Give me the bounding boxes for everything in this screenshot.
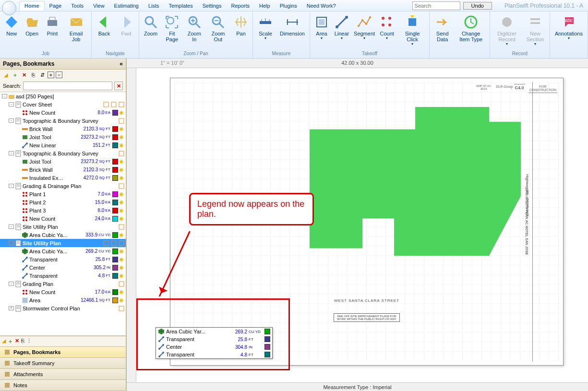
collapse-icon[interactable]: − bbox=[56, 71, 62, 78]
color-swatch[interactable] bbox=[112, 200, 118, 205]
visibility-bulb-icon[interactable]: ◉ bbox=[119, 248, 125, 254]
zoom-button[interactable]: Zoom bbox=[141, 12, 160, 50]
area-button[interactable]: Area bbox=[312, 12, 331, 50]
app-logo[interactable] bbox=[2, 1, 16, 15]
zoom-button[interactable]: Zoom Out bbox=[206, 12, 230, 50]
menu-page[interactable]: Page bbox=[45, 1, 67, 10]
expand-toggle-icon[interactable]: - bbox=[9, 225, 14, 229]
visibility-bulb-icon[interactable]: ◉ bbox=[119, 142, 125, 148]
count-button[interactable]: Count bbox=[377, 12, 396, 50]
tree-item[interactable]: Brick Wall2120.3SQ FT◉ bbox=[0, 125, 126, 133]
menu-lists[interactable]: Lists bbox=[144, 1, 164, 10]
visibility-bulb-icon[interactable]: ◉ bbox=[119, 134, 125, 140]
visibility-bulb-icon[interactable]: ◉ bbox=[119, 199, 125, 205]
color-swatch[interactable] bbox=[112, 273, 118, 279]
print-button[interactable]: Print bbox=[43, 12, 62, 50]
legend-row[interactable]: Area Cubic Yar...269.2CU YD bbox=[156, 328, 272, 335]
color-swatch[interactable] bbox=[112, 167, 118, 173]
tree-folder[interactable]: -Cover Sheet bbox=[0, 100, 126, 108]
expand-toggle-icon[interactable]: + bbox=[9, 306, 14, 310]
open-button[interactable]: Open bbox=[22, 12, 41, 50]
plan-legend[interactable]: Area Cubic Yar...269.2CU YDTransparent25… bbox=[156, 327, 273, 359]
page-action-icon[interactable] bbox=[118, 183, 125, 190]
tab-notes[interactable]: Notes bbox=[0, 380, 126, 391]
segment-button[interactable]: Segment bbox=[352, 12, 376, 50]
pages-tree[interactable]: -asd [250 Pages]-Cover SheetNew Count8.0… bbox=[0, 92, 126, 336]
visibility-bulb-icon[interactable]: ◉ bbox=[119, 215, 125, 222]
expand-toggle-icon[interactable]: - bbox=[9, 282, 14, 286]
clear-search-icon[interactable]: ✕ bbox=[114, 82, 123, 90]
color-swatch[interactable] bbox=[112, 142, 118, 148]
menu-tools[interactable]: Tools bbox=[66, 1, 88, 10]
page-action-icon[interactable] bbox=[118, 101, 125, 108]
expand-toggle-icon[interactable]: - bbox=[9, 118, 14, 123]
color-swatch[interactable] bbox=[112, 232, 118, 238]
send-button[interactable]: Send Data bbox=[432, 12, 453, 55]
color-swatch[interactable] bbox=[112, 126, 118, 132]
legend-row[interactable]: Transparent25.8FT bbox=[156, 335, 272, 343]
tree-item[interactable]: New Count17.0EA◉ bbox=[0, 288, 126, 296]
menu-templates[interactable]: Templates bbox=[164, 1, 198, 10]
tree-folder[interactable]: -Grading & Drainage Plan bbox=[0, 182, 126, 190]
visibility-bulb-icon[interactable]: ◉ bbox=[119, 175, 125, 181]
props-icon[interactable]: ⋮ bbox=[26, 338, 32, 345]
visibility-bulb-icon[interactable]: ◉ bbox=[119, 264, 125, 271]
pan-button[interactable]: Pan bbox=[231, 12, 251, 50]
tree-item[interactable]: Joist Tool23273.2SQ FT◉ bbox=[0, 157, 126, 166]
expand-toggle-icon[interactable]: - bbox=[9, 151, 14, 155]
annotations-button[interactable]: abcAnnotations bbox=[552, 12, 586, 55]
legend-row[interactable]: Transparent4.8FT bbox=[156, 351, 272, 358]
tree-folder[interactable]: -asd [250 Pages] bbox=[0, 92, 126, 100]
tree-folder[interactable]: +Stormwater Control Plan bbox=[0, 304, 126, 312]
back-button[interactable]: Back bbox=[94, 12, 115, 50]
tree-item[interactable]: Plant 38.0EA◉ bbox=[0, 206, 126, 214]
tree-item[interactable]: Center305.2IN◉ bbox=[0, 263, 126, 272]
panel-collapse-icon[interactable]: « bbox=[120, 60, 123, 67]
expand-icon[interactable]: + bbox=[48, 71, 54, 78]
tree-item[interactable]: Transparent4.8FT◉ bbox=[0, 272, 126, 280]
tree-item[interactable]: Area Cubic Ya...269.2CU YD◉ bbox=[0, 247, 126, 255]
menu-home[interactable]: Home bbox=[19, 1, 45, 11]
page-action-icon[interactable] bbox=[118, 281, 125, 287]
menu-view[interactable]: View bbox=[88, 1, 109, 10]
tree-item[interactable]: Plant 215.0EA◉ bbox=[0, 198, 126, 206]
color-swatch[interactable] bbox=[112, 297, 118, 303]
visibility-bulb-icon[interactable]: ◉ bbox=[119, 289, 125, 295]
color-swatch[interactable] bbox=[112, 191, 118, 197]
visibility-bulb-icon[interactable]: ◉ bbox=[119, 166, 125, 173]
page-action-icon[interactable] bbox=[118, 240, 125, 247]
filter-icon[interactable]: ◢ bbox=[2, 338, 6, 345]
expand-toggle-icon[interactable]: - bbox=[9, 184, 14, 188]
dimension-button[interactable]: Dimension bbox=[277, 12, 308, 50]
page-action-icon[interactable] bbox=[110, 101, 117, 108]
menu-settings[interactable]: Settings bbox=[198, 1, 227, 10]
tree-folder[interactable]: -Topographic & Boundary Survey bbox=[0, 149, 126, 157]
visibility-bulb-icon[interactable]: ◉ bbox=[119, 109, 125, 116]
expand-toggle-icon[interactable]: - bbox=[9, 241, 14, 245]
tree-folder[interactable]: -Site Utility Plan bbox=[0, 223, 126, 231]
menu-plugins[interactable]: Plugins bbox=[275, 1, 302, 10]
menu-needwork[interactable]: Need Work? bbox=[302, 1, 341, 10]
color-swatch[interactable] bbox=[112, 208, 118, 213]
copy-icon[interactable]: ⎘ bbox=[21, 338, 24, 345]
tree-item[interactable]: Area12466.1SQ FT◉ bbox=[0, 296, 126, 304]
visibility-bulb-icon[interactable]: ◉ bbox=[119, 256, 125, 262]
tab-pagesbookmarks[interactable]: Pages, Bookmarks bbox=[0, 347, 126, 358]
linear-button[interactable]: Linear bbox=[332, 12, 351, 50]
tab-attachments[interactable]: Attachments bbox=[0, 369, 126, 380]
undo-button[interactable]: Undo bbox=[463, 2, 492, 10]
tab-takeoffsummary[interactable]: Takeoff Summary bbox=[0, 358, 126, 369]
delete-icon[interactable]: ✕ bbox=[15, 338, 19, 345]
expand-toggle-icon[interactable]: - bbox=[9, 102, 14, 107]
tree-folder[interactable]: -Grading Plan bbox=[0, 280, 126, 288]
tree-item[interactable]: Brick Wall2120.3SQ FT◉ bbox=[0, 166, 126, 174]
visibility-bulb-icon[interactable]: ◉ bbox=[119, 158, 125, 165]
tree-item[interactable]: Area Cubic Ya...333.9CU YD◉ bbox=[0, 231, 126, 239]
fit-button[interactable]: Fit Page bbox=[161, 12, 183, 50]
tree-item[interactable]: New Linear151.2FT◉ bbox=[0, 141, 126, 149]
color-swatch[interactable] bbox=[112, 249, 118, 254]
visibility-bulb-icon[interactable]: ◉ bbox=[119, 297, 125, 303]
color-swatch[interactable] bbox=[112, 216, 118, 222]
tree-folder[interactable]: -Site Utility Plan bbox=[0, 239, 126, 247]
tree-item[interactable]: Plant 17.0EA◉ bbox=[0, 190, 126, 198]
